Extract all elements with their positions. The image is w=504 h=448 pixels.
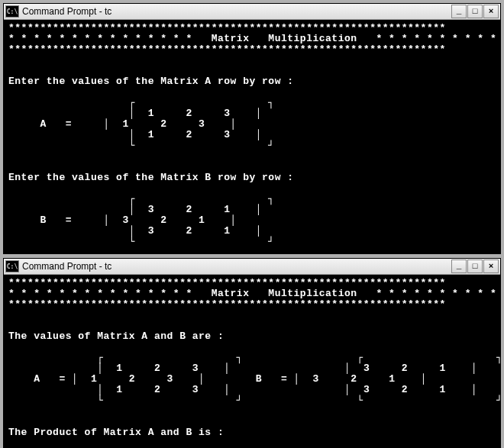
- header-stars: ****************************************…: [8, 44, 446, 55]
- window-controls-1: _ □ ×: [451, 5, 499, 18]
- cmd-icon: C:\: [5, 5, 19, 18]
- matrix-b-label: B =: [256, 373, 288, 385]
- matrix-b-row: 3 2 1: [363, 384, 446, 395]
- header-stars: ****************************************…: [8, 277, 446, 288]
- titlebar-1[interactable]: C:\ Command Prompt - tc _ □ ×: [4, 4, 500, 20]
- close-button[interactable]: ×: [483, 5, 499, 18]
- console-output-1: ****************************************…: [4, 20, 500, 253]
- command-window-2: C:\ Command Prompt - tc _ □ × **********…: [3, 258, 501, 448]
- matrix-a-row: 1 2 3: [116, 363, 199, 374]
- header-line: * * * * * * * * * * * * * * * Matrix Mul…: [8, 33, 504, 44]
- matrix-a-label: A =: [34, 373, 66, 385]
- product-header: The Product of Matrix A and B is :: [8, 427, 224, 438]
- matrix-a-row: 1 2 3: [148, 108, 231, 119]
- matrix-b-row: 3 2 1: [363, 363, 446, 374]
- header-stars: ****************************************…: [8, 298, 446, 310]
- command-window-1: C:\ Command Prompt - tc _ □ × **********…: [3, 3, 501, 254]
- minimize-button[interactable]: _: [451, 259, 467, 273]
- matrix-b-row: 3 2 1: [148, 204, 231, 215]
- prompt-a: Enter the values of the Matrix A row by …: [8, 76, 294, 87]
- matrix-b-row: 3 2 1: [313, 373, 396, 385]
- matrix-b-label: B =: [40, 214, 73, 226]
- maximize-button[interactable]: □: [467, 259, 483, 273]
- header-line: * * * * * * * * * * * * * * * Matrix Mul…: [8, 288, 504, 299]
- window-title-1: Command Prompt - tc: [22, 6, 451, 17]
- close-button[interactable]: ×: [483, 259, 499, 273]
- values-header: The values of Matrix A and B are :: [8, 330, 224, 342]
- matrix-a-row: 1 2 3: [91, 373, 173, 385]
- matrix-a-label: A =: [40, 118, 73, 130]
- matrix-b-row: 3 2 1: [148, 225, 231, 237]
- prompt-b: Enter the values of the Matrix B row by …: [8, 172, 294, 183]
- console-output-2: ****************************************…: [4, 275, 500, 448]
- window-controls-2: _ □ ×: [451, 259, 499, 273]
- matrix-b-row: 3 2 1: [122, 214, 205, 226]
- window-title-2: Command Prompt - tc: [22, 261, 451, 272]
- matrix-a-row: 1 2 3: [148, 129, 231, 140]
- matrix-a-row: 1 2 3: [116, 384, 199, 395]
- maximize-button[interactable]: □: [467, 5, 483, 18]
- titlebar-2[interactable]: C:\ Command Prompt - tc _ □ ×: [4, 259, 500, 275]
- header-stars: ****************************************…: [8, 22, 446, 34]
- matrix-a-row: 1 2 3: [122, 118, 205, 130]
- minimize-button[interactable]: _: [451, 5, 467, 18]
- cmd-icon: C:\: [5, 260, 19, 272]
